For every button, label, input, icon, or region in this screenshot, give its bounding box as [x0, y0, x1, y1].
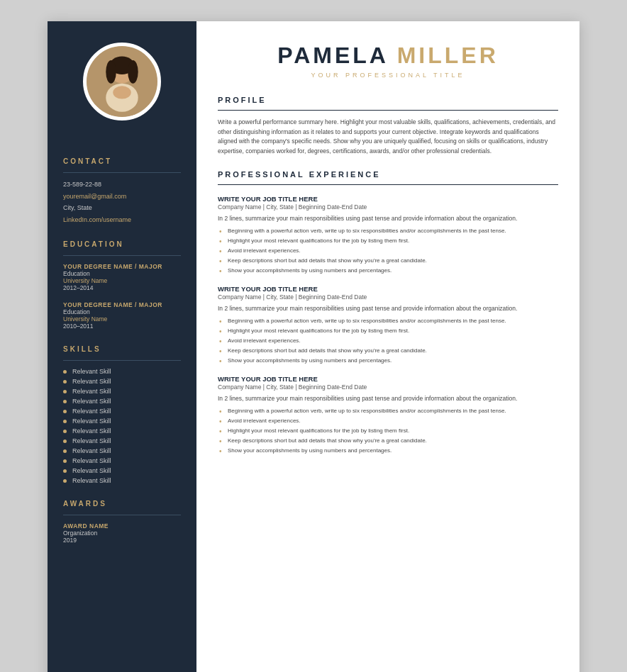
skill-item-7: Relevant Skill [63, 437, 181, 444]
svg-point-6 [113, 86, 131, 99]
edu-years-2: 2010–2011 [63, 323, 181, 330]
job-subtitle-2: Company Name | City, State | Beginning D… [218, 383, 558, 391]
job-bullets-0: Beginning with a powerful action verb, w… [218, 227, 558, 275]
skill-label: Relevant Skill [72, 467, 111, 474]
sidebar: CONTACT 23-589-22-88 youremail@gmail.com… [48, 21, 196, 672]
skill-label: Relevant Skill [72, 418, 111, 425]
skill-label: Relevant Skill [72, 437, 111, 444]
edu-uni-1: University Name [63, 277, 181, 284]
job-block-2: WRITE YOUR JOB TITLE HERE Company Name |… [218, 375, 558, 455]
job-title-2: WRITE YOUR JOB TITLE HERE [218, 375, 558, 383]
bullet-item: Keep descriptions short but add details … [218, 347, 558, 355]
skill-item-2: Relevant Skill [63, 388, 181, 395]
professional-title: YOUR PROFESSIONAL TITLE [218, 72, 558, 79]
bullet-item: Show your accomplishments by using numbe… [218, 357, 558, 365]
edu-uni-2: University Name [63, 315, 181, 323]
job-block-0: WRITE YOUR JOB TITLE HERE Company Name |… [218, 195, 558, 275]
skill-item-10: Relevant Skill [63, 467, 181, 474]
header-section: PAMELA MILLER YOUR PROFESSIONAL TITLE [218, 43, 558, 79]
contact-linkedin: LinkedIn.com/username [63, 215, 181, 225]
skill-label: Relevant Skill [72, 457, 111, 464]
edu-block-2: YOUR DEGREE NAME / MAJOR Education Unive… [63, 301, 181, 330]
bullet-item: Beginning with a powerful action verb, w… [218, 227, 558, 235]
skill-dot [63, 400, 67, 403]
bullet-item: Highlight your most relevant qualificati… [218, 327, 558, 335]
bullet-item: Beginning with a powerful action verb, w… [218, 407, 558, 415]
edu-years-1: 2012–2014 [63, 284, 181, 291]
skill-item-4: Relevant Skill [63, 408, 181, 415]
bullet-item: Avoid irrelevant experiences. [218, 417, 558, 425]
skill-dot [63, 439, 67, 443]
bullet-item: Beginning with a powerful action verb, w… [218, 317, 558, 325]
skill-item-0: Relevant Skill [63, 368, 181, 375]
award-org-1: Organization [63, 530, 181, 537]
skill-label: Relevant Skill [72, 378, 111, 385]
skill-label: Relevant Skill [72, 477, 111, 484]
job-bullets-1: Beginning with a powerful action verb, w… [218, 317, 558, 365]
skill-label: Relevant Skill [72, 447, 111, 454]
bullet-item: Highlight your most relevant qualificati… [218, 427, 558, 435]
bullet-item: Show your accomplishments by using numbe… [218, 447, 558, 455]
skill-dot [63, 449, 67, 453]
contact-section-title: CONTACT [63, 157, 181, 165]
edu-block-1: YOUR DEGREE NAME / MAJOR Education Unive… [63, 263, 181, 291]
bullet-item: Avoid irrelevant experiences. [218, 247, 558, 255]
job-summary-2: In 2 lines, summarize your main responsi… [218, 394, 558, 403]
job-bullets-2: Beginning with a powerful action verb, w… [218, 407, 558, 455]
bullet-item: Show your accomplishments by using numbe… [218, 267, 558, 275]
skill-dot [63, 469, 67, 473]
bullet-item: Highlight your most relevant qualificati… [218, 237, 558, 245]
skill-item-1: Relevant Skill [63, 378, 181, 385]
job-title-1: WRITE YOUR JOB TITLE HERE [218, 285, 558, 293]
award-name-1: AWARD NAME [63, 522, 181, 530]
profile-section-title: PROFILE [218, 96, 558, 104]
skills-section-title: SKILLS [63, 345, 181, 353]
job-summary-0: In 2 lines, summarize your main responsi… [218, 214, 558, 223]
sidebar-content: CONTACT 23-589-22-88 youremail@gmail.com… [48, 135, 196, 549]
bullet-item: Avoid irrelevant experiences. [218, 337, 558, 345]
skill-dot [63, 430, 67, 433]
first-name: PAMELA [277, 43, 388, 68]
job-block-1: WRITE YOUR JOB TITLE HERE Company Name |… [218, 285, 558, 365]
skill-item-8: Relevant Skill [63, 447, 181, 454]
last-name: MILLER [397, 43, 499, 68]
job-subtitle-0: Company Name | City, State | Beginning D… [218, 203, 558, 211]
skill-item-9: Relevant Skill [63, 457, 181, 464]
skill-dot [63, 380, 67, 383]
award-block-1: AWARD NAME Organization 2019 [63, 522, 181, 544]
photo-section [48, 21, 196, 135]
education-divider [63, 255, 181, 256]
contact-divider [63, 172, 181, 173]
skill-dot [63, 370, 67, 374]
jobs-list: WRITE YOUR JOB TITLE HERE Company Name |… [218, 195, 558, 454]
skill-label: Relevant Skill [72, 368, 111, 375]
skill-label: Relevant Skill [72, 398, 111, 405]
job-title-0: WRITE YOUR JOB TITLE HERE [218, 195, 558, 203]
profile-divider [218, 110, 558, 111]
experience-divider [218, 184, 558, 185]
skill-dot [63, 410, 67, 413]
contact-location: City, State [63, 203, 181, 213]
experience-section-title: PROFESSIONAL EXPERIENCE [218, 170, 558, 179]
skill-dot [63, 390, 67, 393]
awards-divider [63, 515, 181, 515]
skill-label: Relevant Skill [72, 388, 111, 395]
main-content: PAMELA MILLER YOUR PROFESSIONAL TITLE PR… [196, 21, 579, 672]
edu-degree-2: YOUR DEGREE NAME / MAJOR [63, 301, 181, 308]
edu-degree-1: YOUR DEGREE NAME / MAJOR [63, 263, 181, 270]
skill-item-5: Relevant Skill [63, 418, 181, 425]
bullet-item: Keep descriptions short but add details … [218, 257, 558, 265]
edu-type-2: Education [63, 308, 181, 315]
contact-phone: 23-589-22-88 [63, 180, 181, 190]
awards-section-title: AWARDS [63, 500, 181, 508]
skill-item-6: Relevant Skill [63, 427, 181, 435]
resume-document: CONTACT 23-589-22-88 youremail@gmail.com… [48, 21, 579, 672]
svg-point-3 [106, 60, 116, 84]
skill-item-11: Relevant Skill [63, 477, 181, 484]
skill-label: Relevant Skill [72, 427, 111, 435]
skill-dot [63, 420, 67, 423]
skill-dot [63, 479, 67, 483]
full-name: PAMELA MILLER [218, 43, 558, 69]
contact-email: youremail@gmail.com [63, 192, 181, 202]
job-summary-1: In 2 lines, summarize your main responsi… [218, 304, 558, 313]
